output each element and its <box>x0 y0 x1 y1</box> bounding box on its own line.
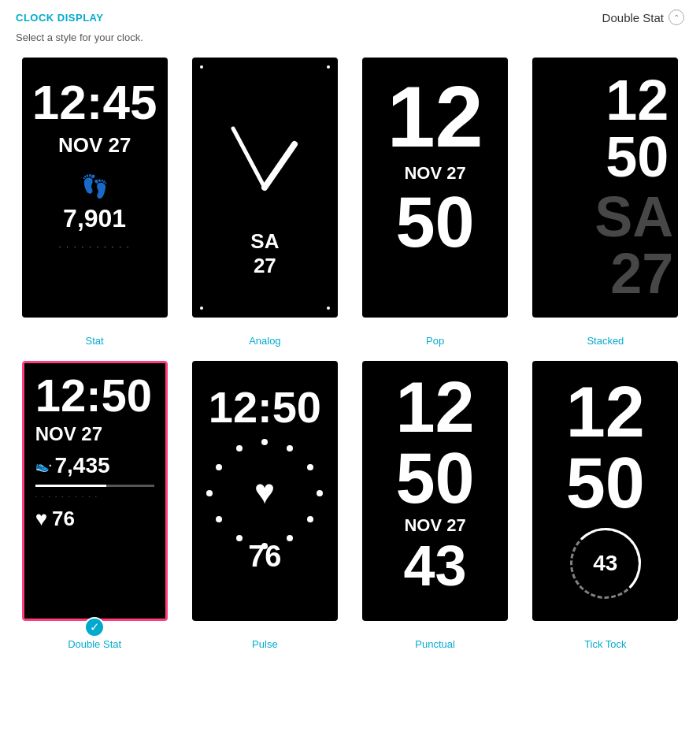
current-style-label: Double Stat <box>602 11 664 24</box>
stat-time: 12:45 <box>32 78 157 127</box>
svg-text:♥: ♥ <box>254 472 275 511</box>
pulse-heart-count: 76 <box>192 540 338 574</box>
svg-point-2 <box>261 439 268 445</box>
watch-face-analog[interactable]: SA27 <box>192 58 338 318</box>
watch-item-stacked[interactable]: 12 50 SA27 Stacked <box>527 58 684 347</box>
svg-point-12 <box>216 464 222 470</box>
punctual-hour: 12 <box>396 372 475 443</box>
selected-checkmark-badge: ✓ <box>84 617 105 637</box>
punctual-num: 43 <box>404 537 467 594</box>
analog-date: SA27 <box>192 229 338 278</box>
punctual-min: 50 <box>396 443 475 514</box>
tick-tock-circle: 43 <box>570 528 641 599</box>
pop-min: 50 <box>396 187 475 258</box>
watch-face-tick-tock[interactable]: 12 50 43 <box>532 361 678 621</box>
stat-dots: · · · · · · · · · · <box>59 243 131 251</box>
current-style-selector[interactable]: Double Stat ⌃ <box>602 9 684 25</box>
stacked-date-overlay: SA27 <box>594 188 673 302</box>
stat-steps: 7,901 <box>63 204 126 233</box>
tick-tock-label[interactable]: Tick Tock <box>584 638 626 650</box>
svg-point-3 <box>287 445 293 451</box>
pop-label[interactable]: Pop <box>426 335 444 347</box>
watch-item-punctual[interactable]: 12 50 NOV 27 43 Punctual <box>357 361 514 650</box>
double-stat-label[interactable]: Double Stat <box>68 638 121 650</box>
chevron-up-icon[interactable]: ⌃ <box>669 9 684 25</box>
watch-style-grid: 12:45 NOV 27 👣 7,901 · · · · · · · · · ·… <box>16 58 684 650</box>
double-stat-progress-bar <box>35 485 154 487</box>
punctual-badge-area <box>362 621 508 632</box>
stacked-min: 50 <box>606 128 669 185</box>
pop-date: NOV 27 <box>404 163 465 184</box>
double-stat-steps: 7,435 <box>55 453 110 478</box>
double-stat-steps-row: 👟· 7,435 <box>35 453 110 478</box>
watch-face-pop[interactable]: 12 NOV 27 50 <box>362 58 508 318</box>
pop-badge-area <box>362 318 508 329</box>
stacked-badge-area <box>532 318 678 329</box>
watch-item-pop[interactable]: 12 NOV 27 50 Pop <box>357 58 514 347</box>
svg-point-13 <box>236 445 243 451</box>
watch-face-double-stat[interactable]: 12:50 NOV 27 👟· 7,435 · · · · · · · · · … <box>22 361 168 621</box>
watch-item-pulse[interactable]: 12:50 ♥ <box>186 361 343 650</box>
double-stat-time: 12:50 <box>35 373 152 418</box>
watch-face-stat[interactable]: 12:45 NOV 27 👣 7,901 · · · · · · · · · · <box>22 58 168 318</box>
tick-tock-badge-area <box>532 621 678 632</box>
svg-line-0 <box>265 144 294 188</box>
tick-tock-min: 50 <box>566 448 645 518</box>
watch-item-double-stat[interactable]: 12:50 NOV 27 👟· 7,435 · · · · · · · · · … <box>16 361 173 650</box>
analog-clock-hands <box>192 58 338 318</box>
double-stat-heart: 76 <box>52 507 75 531</box>
stat-steps-icon: 👣 <box>81 173 109 199</box>
analog-badge-area <box>192 318 338 329</box>
page-header: CLOCK DISPLAY Double Stat ⌃ <box>16 6 684 27</box>
double-stat-date: NOV 27 <box>35 423 102 445</box>
svg-line-1 <box>233 128 265 188</box>
double-stat-badge-area: ✓ <box>22 621 168 632</box>
stacked-label[interactable]: Stacked <box>587 335 624 347</box>
watch-item-analog[interactable]: SA27 Analog <box>186 58 343 347</box>
watch-face-punctual[interactable]: 12 50 NOV 27 43 <box>362 361 508 621</box>
pulse-time: 12:50 <box>192 381 338 433</box>
watch-face-stacked[interactable]: 12 50 SA27 <box>532 58 678 318</box>
pop-hour: 12 <box>387 73 483 160</box>
watch-item-stat[interactable]: 12:45 NOV 27 👣 7,901 · · · · · · · · · ·… <box>16 58 173 347</box>
punctual-date: NOV 27 <box>404 515 465 536</box>
page-title: CLOCK DISPLAY <box>16 12 103 24</box>
svg-point-4 <box>307 464 313 470</box>
tick-tock-num: 43 <box>593 551 617 576</box>
pulse-label[interactable]: Pulse <box>252 638 278 650</box>
analog-label[interactable]: Analog <box>249 335 280 347</box>
watch-item-tick-tock[interactable]: 12 50 43 Tick Tock <box>527 361 684 650</box>
svg-point-10 <box>216 516 222 522</box>
punctual-label[interactable]: Punctual <box>415 638 455 650</box>
double-stat-heart-row: ♥ 76 <box>35 507 75 531</box>
steps-icon: 👟· <box>35 459 52 472</box>
stat-badge-area <box>22 318 168 329</box>
stat-date: NOV 27 <box>58 133 131 158</box>
subtitle: Select a style for your clock. <box>16 32 684 43</box>
svg-point-5 <box>317 490 323 496</box>
double-stat-progress-dots: · · · · · · · · · · <box>35 493 98 500</box>
tick-tock-hour: 12 <box>566 377 645 448</box>
heart-icon: ♥ <box>35 507 47 531</box>
pulse-badge-area <box>192 621 338 632</box>
watch-face-pulse[interactable]: 12:50 ♥ <box>192 361 338 621</box>
stacked-hour: 12 <box>606 72 669 128</box>
svg-point-6 <box>307 516 313 522</box>
svg-point-11 <box>206 490 213 496</box>
stat-label[interactable]: Stat <box>86 335 104 347</box>
